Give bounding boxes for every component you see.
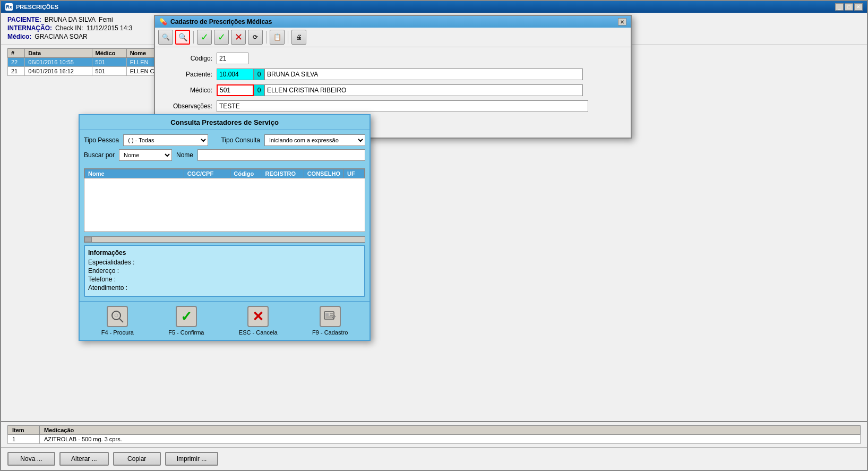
observacoes-input[interactable] xyxy=(217,100,588,112)
search-active-icon: 🔍 xyxy=(178,33,187,41)
prescricoes-table: # Data Médico Nome 22 06/01/2016 10:55 5… xyxy=(7,48,167,76)
svg-rect-4 xyxy=(325,313,329,316)
maximize-button[interactable]: □ xyxy=(845,3,853,11)
toolbar-history-button[interactable]: ⟳ xyxy=(248,30,263,45)
cell-data: 04/01/2016 16:12 xyxy=(25,67,92,76)
medication-table: Item Medicação 1 AZITROLAB - 500 mg. 3 c… xyxy=(7,425,861,444)
cell-medico: 501 xyxy=(92,67,126,76)
toolbar-confirm1-button[interactable]: ✓ xyxy=(197,30,212,45)
telefone-label: Telefone : xyxy=(88,276,116,283)
med-medicacao: AZITROLAB - 500 mg. 3 cprs. xyxy=(40,435,861,444)
scroll-thumb xyxy=(84,237,92,242)
check-confirm-icon: ✓ xyxy=(181,309,192,325)
paciente-row: Paciente: 0 xyxy=(164,68,622,80)
col-conselho: CONSELHO xyxy=(304,169,343,178)
toolbar-print-button[interactable]: 🖨 xyxy=(291,30,306,45)
svg-point-0 xyxy=(112,311,121,320)
nome-label: Nome xyxy=(176,151,193,159)
footer-buttons: Nova ... Alterar ... Copiar Imprimir ... xyxy=(1,447,867,470)
tipo-consulta-label: Tipo Consulta xyxy=(221,136,260,144)
medico-zero-label: 0 xyxy=(257,87,261,94)
internacao-label: INTERNAÇÃO: xyxy=(7,24,52,32)
history-icon: ⟳ xyxy=(253,33,258,41)
col-nome: Nome xyxy=(85,169,184,178)
col-uf: UF xyxy=(344,169,365,178)
especialidades-label: Especialidades : xyxy=(88,259,134,266)
print-icon: 🖨 xyxy=(296,33,302,41)
toolbar-search-active-button[interactable]: 🔍 xyxy=(175,30,190,45)
paciente-id-input[interactable] xyxy=(217,68,254,80)
table-row[interactable]: 1 AZITROLAB - 500 mg. 3 cprs. xyxy=(8,435,861,444)
observacoes-label: Observações: xyxy=(164,102,217,110)
paciente-name-input[interactable] xyxy=(264,68,583,80)
f5-label: F5 - Confirma xyxy=(168,329,204,336)
f9-icon xyxy=(320,306,341,327)
tipo-pessoa-label: Tipo Pessoa xyxy=(84,136,119,144)
consulta-footer: F4 - Procura ✓ F5 - Confirma ✕ ESC - Can… xyxy=(80,301,369,340)
register-card-icon xyxy=(323,309,338,324)
buscar-por-select[interactable]: Nome CPF Código xyxy=(119,149,172,161)
f4-procura-button[interactable]: F4 - Procura xyxy=(101,306,134,336)
f5-confirma-button[interactable]: ✓ F5 - Confirma xyxy=(168,306,204,336)
esc-label: ESC - Cancela xyxy=(239,329,278,336)
paciente-form-label: Paciente: xyxy=(164,71,217,78)
col-cgc: CGC/CPF xyxy=(184,169,230,178)
cadastro-title-icon: 💊 xyxy=(159,18,167,25)
toolbar-search-small-button[interactable]: 🔍 xyxy=(158,30,173,45)
close-main-button[interactable]: ✕ xyxy=(854,3,863,11)
toolbar-cancel-button[interactable]: ✕ xyxy=(231,30,246,45)
atendimento-label: Atendimento : xyxy=(88,284,127,292)
medico-name-input[interactable] xyxy=(264,84,583,96)
cancel-icon: ✕ xyxy=(235,31,243,43)
consulta-title: Consulta Prestadores de Serviço xyxy=(80,115,369,130)
cadastro-title-text: 💊 Cadastro de Prescrições Médicas xyxy=(159,18,272,25)
toolbar-separator3 xyxy=(288,31,288,44)
f9-cadastro-button[interactable]: F9 - Cadastro xyxy=(312,306,348,336)
patient-name: BRUNA DA SILVA xyxy=(45,16,96,23)
medication-area: Item Medicação 1 AZITROLAB - 500 mg. 3 c… xyxy=(1,421,867,447)
tipo-consulta-select[interactable]: Iniciando com a expressão Contendo a exp… xyxy=(264,134,365,146)
table-row[interactable]: 21 04/01/2016 16:12 501 ELLEN C xyxy=(8,67,167,76)
alterar-button[interactable]: Alterar ... xyxy=(59,452,109,466)
cadastro-close-button[interactable]: ✕ xyxy=(618,18,626,25)
consulta-row1: Tipo Pessoa ( ) - Todas Física Jurídica … xyxy=(84,134,365,146)
check1-icon: ✓ xyxy=(201,31,209,43)
title-bar-controls: _ □ ✕ xyxy=(835,3,863,11)
med-col-item: Item xyxy=(8,426,40,435)
horizontal-scrollbar[interactable] xyxy=(84,236,365,243)
title-bar-left: Rx PRESCRIÇÕES xyxy=(5,3,58,11)
app-icon: Rx xyxy=(5,3,13,11)
check-in-label: Check IN: xyxy=(55,24,83,32)
codigo-label: Código: xyxy=(164,55,217,62)
col-medico: Médico xyxy=(92,49,126,58)
f5-icon: ✓ xyxy=(176,306,197,327)
nome-search-input[interactable] xyxy=(197,149,365,161)
search-small-icon: 🔍 xyxy=(162,33,170,41)
col-codigo: Código xyxy=(230,169,262,178)
codigo-input[interactable] xyxy=(217,53,248,64)
nova-button[interactable]: Nova ... xyxy=(7,452,55,466)
imprimir-button[interactable]: Imprimir ... xyxy=(165,452,219,466)
consulta-body: Tipo Pessoa ( ) - Todas Física Jurídica … xyxy=(80,130,369,168)
col-data: Data xyxy=(25,49,92,58)
toolbar-confirm2-button[interactable]: ✓ xyxy=(214,30,229,45)
copy-icon: 📋 xyxy=(273,33,281,41)
endereco-row: Endereço : xyxy=(88,267,361,275)
f4-label: F4 - Procura xyxy=(101,329,134,336)
table-row[interactable]: 22 06/01/2016 10:55 501 ELLEN xyxy=(8,58,167,67)
informacoes-area: Informações Especialidades : Endereço : … xyxy=(84,245,365,297)
medico-form-row: Médico: 0 xyxy=(164,84,622,96)
consulta-results-table: Nome CGC/CPF Código REGISTRO CONSELHO UF xyxy=(84,168,365,232)
patient-gender: Femi xyxy=(99,16,113,23)
medico-zero-button[interactable]: 0 xyxy=(254,84,264,96)
main-title-bar: Rx PRESCRIÇÕES _ □ ✕ xyxy=(1,1,867,13)
paciente-zero-button[interactable]: 0 xyxy=(254,68,264,80)
medico-name: GRACIANA SOAR xyxy=(35,33,87,40)
medico-id-input[interactable] xyxy=(217,84,254,96)
search-magnifier-icon xyxy=(110,309,125,324)
toolbar-copy-button[interactable]: 📋 xyxy=(270,30,285,45)
tipo-pessoa-select[interactable]: ( ) - Todas Física Jurídica xyxy=(123,134,208,146)
copiar-button[interactable]: Copiar xyxy=(113,452,161,466)
minimize-button[interactable]: _ xyxy=(835,3,844,11)
esc-cancela-button[interactable]: ✕ ESC - Cancela xyxy=(239,306,278,336)
